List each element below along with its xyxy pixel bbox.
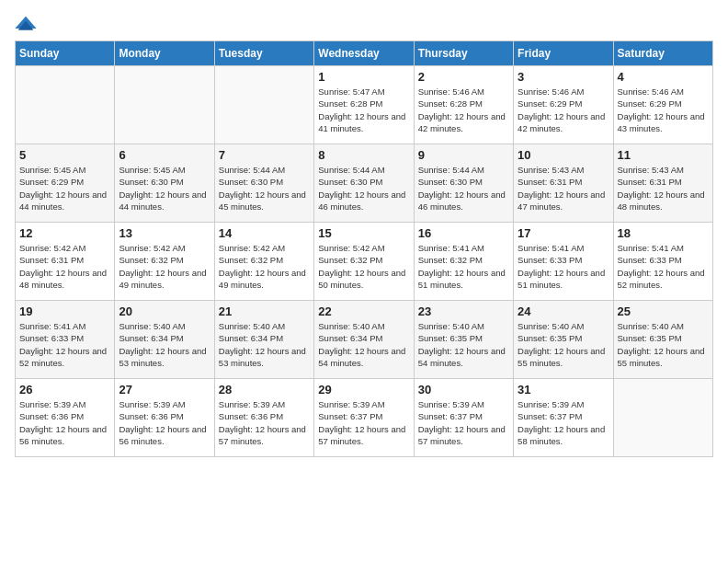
day-number: 17 [518,226,609,240]
day-number: 25 [618,304,709,318]
day-number: 3 [518,70,609,84]
calendar-cell: 17Sunrise: 5:41 AMSunset: 6:33 PMDayligh… [514,223,613,301]
cell-details: Sunrise: 5:40 AMSunset: 6:35 PMDaylight:… [418,320,509,369]
header-thursday: Thursday [414,41,513,66]
header-monday: Monday [115,41,214,66]
header-friday: Friday [514,41,613,66]
calendar-cell: 16Sunrise: 5:41 AMSunset: 6:32 PMDayligh… [414,223,513,301]
calendar-cell: 19Sunrise: 5:41 AMSunset: 6:33 PMDayligh… [16,301,115,379]
week-row-2: 5Sunrise: 5:45 AMSunset: 6:29 PMDaylight… [16,144,713,223]
header [15,15,713,33]
cell-details: Sunrise: 5:39 AMSunset: 6:36 PMDaylight:… [119,398,210,447]
calendar-cell: 14Sunrise: 5:42 AMSunset: 6:32 PMDayligh… [214,223,313,301]
cell-details: Sunrise: 5:40 AMSunset: 6:35 PMDaylight:… [618,320,709,369]
cell-details: Sunrise: 5:46 AMSunset: 6:29 PMDaylight:… [518,86,609,134]
calendar-cell: 23Sunrise: 5:40 AMSunset: 6:35 PMDayligh… [414,301,513,379]
calendar-cell: 31Sunrise: 5:39 AMSunset: 6:37 PMDayligh… [514,379,613,457]
day-number: 23 [418,304,509,318]
day-number: 9 [418,148,509,162]
calendar-cell: 30Sunrise: 5:39 AMSunset: 6:37 PMDayligh… [414,379,513,457]
calendar-cell: 5Sunrise: 5:45 AMSunset: 6:29 PMDaylight… [16,144,115,223]
cell-details: Sunrise: 5:43 AMSunset: 6:31 PMDaylight:… [518,164,609,213]
day-number: 27 [119,383,210,396]
day-number: 2 [418,70,509,84]
day-number: 29 [318,383,409,396]
day-number: 5 [19,148,110,162]
calendar-cell: 27Sunrise: 5:39 AMSunset: 6:36 PMDayligh… [115,379,214,457]
calendar-cell: 18Sunrise: 5:41 AMSunset: 6:33 PMDayligh… [613,223,712,301]
week-row-1: 1Sunrise: 5:47 AMSunset: 6:28 PMDaylight… [16,66,713,144]
calendar-cell: 28Sunrise: 5:39 AMSunset: 6:36 PMDayligh… [214,379,313,457]
cell-details: Sunrise: 5:40 AMSunset: 6:35 PMDaylight:… [518,320,609,369]
day-number: 20 [119,304,210,318]
cell-details: Sunrise: 5:39 AMSunset: 6:36 PMDaylight:… [219,398,310,447]
cell-details: Sunrise: 5:47 AMSunset: 6:28 PMDaylight:… [318,86,409,134]
cell-details: Sunrise: 5:42 AMSunset: 6:32 PMDaylight:… [318,242,409,291]
header-wednesday: Wednesday [314,41,414,66]
cell-details: Sunrise: 5:39 AMSunset: 6:36 PMDaylight:… [19,398,110,447]
week-row-4: 19Sunrise: 5:41 AMSunset: 6:33 PMDayligh… [16,301,713,379]
calendar-cell [613,379,712,457]
calendar-cell: 24Sunrise: 5:40 AMSunset: 6:35 PMDayligh… [514,301,613,379]
cell-details: Sunrise: 5:45 AMSunset: 6:30 PMDaylight:… [119,164,210,213]
cell-details: Sunrise: 5:40 AMSunset: 6:34 PMDaylight:… [318,320,409,369]
cell-details: Sunrise: 5:39 AMSunset: 6:37 PMDaylight:… [518,398,609,447]
calendar-cell [214,66,313,144]
day-number: 8 [318,148,409,162]
day-number: 11 [618,148,709,162]
calendar-cell: 1Sunrise: 5:47 AMSunset: 6:28 PMDaylight… [314,66,414,144]
calendar-cell: 6Sunrise: 5:45 AMSunset: 6:30 PMDaylight… [115,144,214,223]
calendar-cell: 20Sunrise: 5:40 AMSunset: 6:34 PMDayligh… [115,301,214,379]
header-row: SundayMondayTuesdayWednesdayThursdayFrid… [16,41,713,66]
calendar-cell: 9Sunrise: 5:44 AMSunset: 6:30 PMDaylight… [414,144,513,223]
calendar-cell [115,66,214,144]
cell-details: Sunrise: 5:43 AMSunset: 6:31 PMDaylight:… [618,164,709,213]
day-number: 10 [518,148,609,162]
logo-icon [15,15,37,33]
cell-details: Sunrise: 5:41 AMSunset: 6:33 PMDaylight:… [19,320,110,369]
day-number: 16 [418,226,509,240]
week-row-3: 12Sunrise: 5:42 AMSunset: 6:31 PMDayligh… [16,223,713,301]
cell-details: Sunrise: 5:40 AMSunset: 6:34 PMDaylight:… [119,320,210,369]
day-number: 14 [219,226,310,240]
logo [15,15,40,33]
calendar-cell: 13Sunrise: 5:42 AMSunset: 6:32 PMDayligh… [115,223,214,301]
day-number: 21 [219,304,310,318]
day-number: 1 [318,70,409,84]
calendar-cell: 10Sunrise: 5:43 AMSunset: 6:31 PMDayligh… [514,144,613,223]
cell-details: Sunrise: 5:40 AMSunset: 6:34 PMDaylight:… [219,320,310,369]
calendar-cell: 12Sunrise: 5:42 AMSunset: 6:31 PMDayligh… [16,223,115,301]
day-number: 30 [418,383,509,396]
day-number: 18 [618,226,709,240]
cell-details: Sunrise: 5:46 AMSunset: 6:29 PMDaylight:… [618,86,709,134]
calendar-cell: 8Sunrise: 5:44 AMSunset: 6:30 PMDaylight… [314,144,414,223]
calendar-cell: 22Sunrise: 5:40 AMSunset: 6:34 PMDayligh… [314,301,414,379]
cell-details: Sunrise: 5:45 AMSunset: 6:29 PMDaylight:… [19,164,110,213]
calendar-cell [16,66,115,144]
header-tuesday: Tuesday [214,41,313,66]
calendar-cell: 4Sunrise: 5:46 AMSunset: 6:29 PMDaylight… [613,66,712,144]
day-number: 15 [318,226,409,240]
day-number: 28 [219,383,310,396]
week-row-5: 26Sunrise: 5:39 AMSunset: 6:36 PMDayligh… [16,379,713,457]
day-number: 4 [618,70,709,84]
cell-details: Sunrise: 5:46 AMSunset: 6:28 PMDaylight:… [418,86,509,134]
cell-details: Sunrise: 5:39 AMSunset: 6:37 PMDaylight:… [318,398,409,447]
calendar-cell: 25Sunrise: 5:40 AMSunset: 6:35 PMDayligh… [613,301,712,379]
cell-details: Sunrise: 5:44 AMSunset: 6:30 PMDaylight:… [219,164,310,213]
calendar-cell: 26Sunrise: 5:39 AMSunset: 6:36 PMDayligh… [16,379,115,457]
day-number: 22 [318,304,409,318]
calendar-cell: 15Sunrise: 5:42 AMSunset: 6:32 PMDayligh… [314,223,414,301]
day-number: 7 [219,148,310,162]
calendar-cell: 7Sunrise: 5:44 AMSunset: 6:30 PMDaylight… [214,144,313,223]
day-number: 26 [19,383,110,396]
cell-details: Sunrise: 5:41 AMSunset: 6:33 PMDaylight:… [618,242,709,291]
calendar-cell: 11Sunrise: 5:43 AMSunset: 6:31 PMDayligh… [613,144,712,223]
header-saturday: Saturday [613,41,712,66]
calendar-cell: 3Sunrise: 5:46 AMSunset: 6:29 PMDaylight… [514,66,613,144]
cell-details: Sunrise: 5:41 AMSunset: 6:32 PMDaylight:… [418,242,509,291]
header-sunday: Sunday [16,41,115,66]
day-number: 13 [119,226,210,240]
day-number: 19 [19,304,110,318]
day-number: 31 [518,383,609,396]
